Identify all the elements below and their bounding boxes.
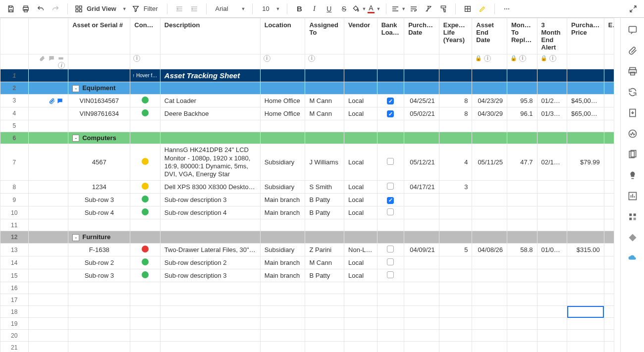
group-header[interactable]: -Furniture	[68, 231, 130, 244]
col-condition[interactable]: Condi...	[130, 18, 161, 54]
indent-icon[interactable]	[187, 2, 201, 16]
cell-condition[interactable]	[130, 206, 161, 219]
table-row[interactable]: 10Sub-row 4Sub-row description 4Main bra…	[0, 206, 614, 219]
cell-vendor[interactable]: Local	[344, 269, 377, 282]
attachments-icon[interactable]	[628, 46, 638, 55]
export-icon[interactable]	[628, 108, 638, 118]
checkbox[interactable]	[387, 110, 394, 117]
cell-alert[interactable]	[537, 181, 567, 194]
cell[interactable]	[404, 294, 439, 306]
cell[interactable]	[260, 219, 305, 231]
info-icon[interactable]: i	[484, 55, 491, 62]
cell[interactable]	[537, 294, 567, 306]
refresh-icon[interactable]	[628, 87, 638, 97]
cell[interactable]	[404, 282, 439, 294]
table-row[interactable]: 3VIN01634567Cat LoaderHome OfficeM CannL…	[0, 94, 614, 107]
cell-pdate[interactable]	[404, 269, 439, 282]
cell-assigned[interactable]: M Cann	[305, 94, 344, 107]
cell-end[interactable]	[472, 206, 507, 219]
cell-asset[interactable]: Sub-row 3	[68, 269, 130, 282]
cell[interactable]	[439, 282, 472, 294]
cell-alert[interactable]: 01/23/29	[537, 94, 567, 107]
table-row[interactable]: 19	[0, 318, 614, 330]
cell[interactable]	[439, 219, 472, 231]
underline-icon[interactable]: U	[322, 2, 336, 16]
cell-price[interactable]	[567, 206, 604, 219]
table-row[interactable]: 16	[0, 282, 614, 294]
more-icon[interactable]	[500, 2, 514, 16]
cell[interactable]	[160, 120, 260, 132]
cell[interactable]	[260, 282, 305, 294]
row-number[interactable]: 2	[0, 82, 29, 95]
cell[interactable]	[260, 318, 305, 330]
cell-asset[interactable]: VIN01634567	[68, 94, 130, 107]
cell-location[interactable]: Subsidiary	[260, 244, 305, 256]
cell[interactable]	[439, 318, 472, 330]
cell[interactable]	[507, 342, 537, 352]
cell-vendor[interactable]: Local	[344, 256, 377, 269]
comments-icon[interactable]	[628, 25, 638, 35]
cell-bank[interactable]	[377, 256, 404, 269]
cell-bank[interactable]	[377, 269, 404, 282]
cell-location[interactable]: Main branch	[260, 256, 305, 269]
cell-alert[interactable]: 01/30/29	[537, 107, 567, 120]
cell-months[interactable]	[507, 206, 537, 219]
cell-bank[interactable]	[377, 194, 404, 206]
font-selector[interactable]: Arial ▼	[212, 5, 248, 12]
cell-description[interactable]: Sub-row description 3	[160, 269, 260, 282]
cell-life[interactable]	[439, 256, 472, 269]
col-bank[interactable]: Bank Loan?	[377, 18, 404, 54]
cell-alert[interactable]: 02/10/25	[537, 144, 567, 181]
cell[interactable]	[377, 282, 404, 294]
checkbox[interactable]	[387, 183, 394, 190]
cell-vendor[interactable]: Local	[344, 94, 377, 107]
cell[interactable]	[472, 330, 507, 342]
table-row[interactable]: 9Sub-row 3Sub-row description 3Main bran…	[0, 194, 614, 206]
cell[interactable]	[260, 330, 305, 342]
cell-description[interactable]: Sub-row description 4	[160, 206, 260, 219]
col-asset[interactable]: Asset or Serial #	[68, 18, 130, 54]
cell[interactable]	[472, 306, 507, 318]
cell[interactable]	[604, 318, 614, 330]
col-enddate[interactable]: Asset End Date	[472, 18, 507, 54]
table-row[interactable]: 4VIN98761634Deere BackhoeHome OfficeM Ca…	[0, 107, 614, 120]
cell-extra[interactable]	[604, 244, 614, 256]
col-alert[interactable]: 3 Month End Alert	[537, 18, 567, 54]
info-icon[interactable]: i	[308, 55, 315, 62]
cell-extra[interactable]	[604, 256, 614, 269]
cell-extra[interactable]	[604, 144, 614, 181]
cell-asset[interactable]: 4567	[68, 144, 130, 181]
cell-description[interactable]: Deere Backhoe	[160, 107, 260, 120]
highlight-icon[interactable]	[476, 2, 489, 16]
cell-pdate[interactable]: 04/17/21	[404, 181, 439, 194]
cell[interactable]	[472, 318, 507, 330]
cell-asset[interactable]: Sub-row 2	[68, 256, 130, 269]
cell[interactable]	[68, 120, 130, 132]
cell[interactable]	[305, 120, 344, 132]
cell[interactable]	[68, 219, 130, 231]
checkbox[interactable]	[387, 208, 394, 215]
table-row[interactable]: 18	[0, 306, 614, 318]
cell-description[interactable]: Two-Drawer Lateral Files, 30" W	[160, 244, 260, 256]
row-number[interactable]: 13	[0, 244, 29, 256]
group-header[interactable]: -Computers	[68, 132, 130, 144]
cell[interactable]	[537, 342, 567, 352]
cell-life[interactable]: 5	[439, 244, 472, 256]
cell-extra[interactable]	[604, 181, 614, 194]
cell-assigned[interactable]: B Patty	[305, 206, 344, 219]
activity-icon[interactable]	[628, 129, 638, 139]
collapse-panel-icon[interactable]	[626, 2, 640, 16]
row-number[interactable]: 12	[0, 231, 29, 244]
cell-life[interactable]: 4	[439, 144, 472, 181]
cell[interactable]	[507, 318, 537, 330]
cell[interactable]	[377, 330, 404, 342]
cell[interactable]	[130, 294, 161, 306]
cell-assigned[interactable]: B Patty	[305, 194, 344, 206]
info-icon[interactable]: i	[519, 55, 526, 62]
table-row[interactable]: 14Sub-row 2Sub-row description 2Main bra…	[0, 256, 614, 269]
cell-vendor[interactable]: Local	[344, 181, 377, 194]
cell[interactable]	[130, 330, 161, 342]
cell-months[interactable]	[507, 256, 537, 269]
cell[interactable]	[439, 306, 472, 318]
cell[interactable]	[537, 318, 567, 330]
